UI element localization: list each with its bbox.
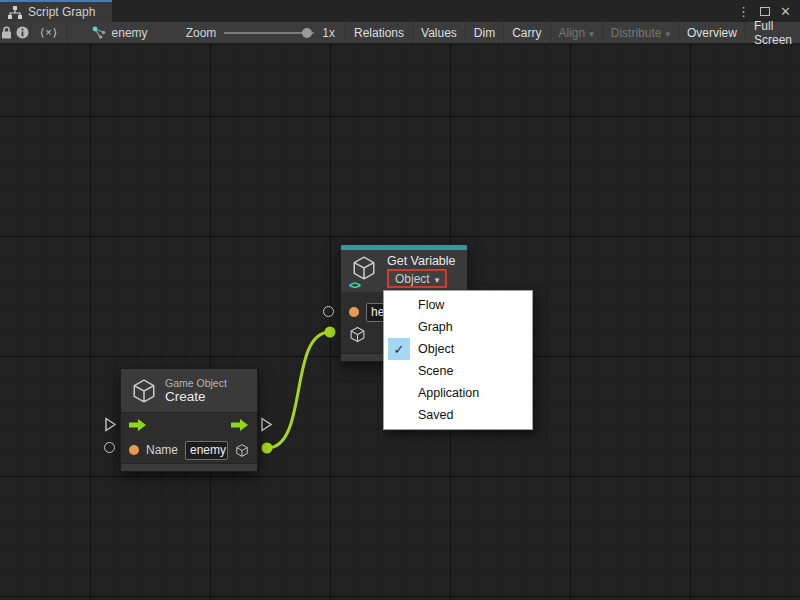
menu-item-application[interactable]: Application [384,382,532,404]
variable-name-input-port[interactable] [323,306,334,317]
code-preview-button[interactable]: ⟨×⟩ [31,22,67,43]
zoom-value: 1x [322,26,335,40]
output-cube-icon[interactable] [235,442,249,459]
name-input-port[interactable] [104,442,115,453]
align-label: Align [559,26,586,40]
values-button[interactable]: Values [412,22,465,43]
menu-item-scene[interactable]: Scene [384,360,532,382]
name-port-dot[interactable] [349,307,359,317]
get-variable-header: <> Get Variable Object ▾ [341,250,467,292]
name-input-value: enemy [190,443,226,457]
maximize-icon [760,7,770,16]
name-port-label: Name [146,443,178,457]
code-brackets-icon: <> [349,279,360,291]
create-game-object-node[interactable]: Game Object Create Name enemy [120,368,258,472]
dim-button[interactable]: Dim [465,22,503,43]
align-button[interactable]: Align ▾ [550,22,602,43]
create-node-header: Game Object Create [121,369,257,413]
menu-item-label: Flow [418,298,444,312]
chevron-down-icon: ▾ [589,29,594,39]
variable-kind-value: Object [395,272,430,286]
tab-bar: Script Graph ⋮ ✕ [0,0,800,22]
relations-label: Relations [354,26,404,40]
script-graph-window: { "tab_bar": { "tab": { "label": "Script… [0,0,800,600]
variable-kind-menu: Flow Graph ✓ Object Scene Application Sa… [383,290,533,430]
graph-name-label: enemy [112,26,148,40]
node-category: Game Object [165,377,227,389]
carry-button[interactable]: Carry [503,22,549,43]
relations-button[interactable]: Relations [345,22,412,43]
name-port-dot[interactable] [129,445,139,455]
zoom-slider-handle[interactable] [302,28,312,38]
menu-item-label: Graph [418,320,453,334]
node-title: Get Variable [387,254,456,268]
toolbar: ⟨×⟩ enemy Zoom 1x Relations Values Dim C… [0,22,800,44]
overview-label: Overview [687,26,737,40]
create-node-body: Name enemy [121,413,257,463]
flow-out-arrow-icon[interactable] [231,419,249,431]
flow-in-arrow-icon[interactable] [129,419,147,431]
game-object-cube-icon [131,378,157,404]
tab-script-graph[interactable]: Script Graph [0,0,112,22]
create-node-footer [121,463,257,471]
menu-item-label: Scene [418,364,453,378]
close-button[interactable]: ✕ [777,2,794,20]
fullscreen-label: Full Screen [754,19,792,47]
graph-tree-icon [8,6,22,19]
flow-output-port[interactable] [260,417,273,432]
distribute-label: Distribute [611,26,662,40]
variable-kind-dropdown[interactable]: Object ▾ [387,269,447,288]
zoom-slider-track [224,32,314,34]
graph-share-icon [92,26,106,39]
menu-item-label: Application [418,386,479,400]
carry-label: Carry [512,26,541,40]
more-options-button[interactable]: ⋮ [735,2,752,20]
menu-item-label: Object [418,342,454,356]
values-label: Values [421,26,457,40]
info-button[interactable] [14,22,32,43]
maximize-button[interactable] [756,2,773,20]
zoom-label: Zoom [186,26,217,40]
menu-item-saved[interactable]: Saved [384,404,532,426]
chevron-down-icon: ▾ [665,29,670,39]
lock-button[interactable] [0,22,14,43]
dim-label: Dim [474,26,495,40]
lock-icon [1,26,12,39]
name-input-field[interactable]: enemy [185,441,228,460]
object-port-cube-icon[interactable] [349,326,366,343]
node-title: Create [165,389,227,404]
code-icon: ⟨×⟩ [40,26,58,39]
graph-canvas[interactable]: <> Get Variable Object ▾ he [0,44,800,600]
menu-item-graph[interactable]: Graph [384,316,532,338]
tab-label: Script Graph [28,5,95,19]
zoom-control: Zoom 1x [158,22,345,43]
zoom-slider[interactable] [224,28,314,38]
menu-item-label: Saved [418,408,453,422]
check-icon: ✓ [388,338,410,360]
menu-item-flow[interactable]: Flow [384,294,532,316]
overview-button[interactable]: Overview [678,22,745,43]
flow-input-port[interactable] [104,417,117,432]
chevron-down-icon: ▾ [435,275,440,285]
graph-name-button[interactable]: enemy [68,22,158,43]
variable-cube-icon: <> [351,254,379,285]
fullscreen-button[interactable]: Full Screen [745,22,800,43]
distribute-button[interactable]: Distribute ▾ [602,22,678,43]
menu-item-object[interactable]: ✓ Object [384,338,532,360]
info-icon [16,26,29,39]
